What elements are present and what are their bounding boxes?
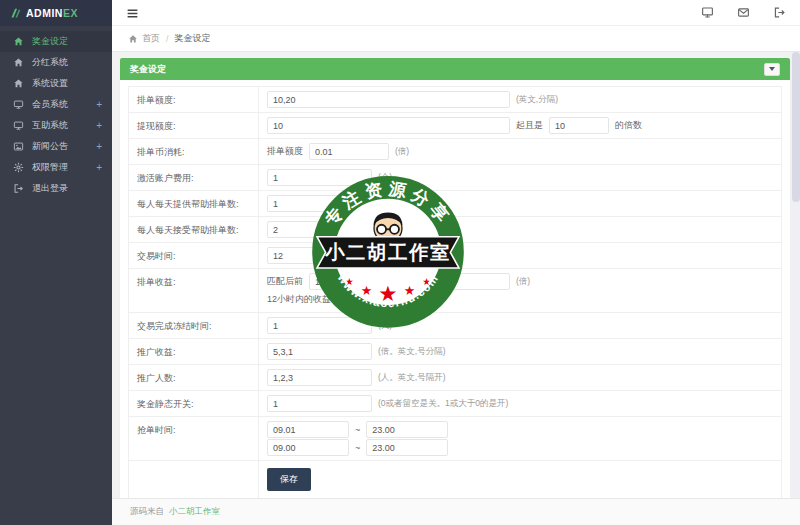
form-row-controls: (英文,分隔) — [259, 87, 781, 112]
form-input[interactable] — [267, 317, 372, 334]
form-input[interactable] — [450, 273, 510, 290]
form-inline-text: 的倍数 — [615, 119, 642, 132]
form-row: 保存 — [129, 461, 781, 498]
form-input[interactable] — [366, 439, 448, 456]
sidebar-item-label: 退出登录 — [32, 182, 68, 195]
form-input[interactable] — [267, 247, 372, 264]
sidebar-item-5[interactable]: 新闻公告+ — [0, 136, 112, 157]
sidebar-item-3[interactable]: 会员系统+ — [0, 94, 112, 115]
form-input[interactable] — [267, 91, 510, 108]
panel-title: 奖金设定 — [130, 63, 166, 76]
form-row-label: 激活账户费用: — [129, 165, 259, 190]
menu-toggle-icon[interactable] — [126, 6, 139, 19]
form-row-controls: ~~ — [259, 417, 781, 460]
sidebar-item-1[interactable]: 分红系统 — [0, 52, 112, 73]
sidebar: ADMINEX 奖金设定分红系统系统设置会员系统+互助系统+新闻公告+权限管理+… — [0, 0, 112, 525]
form-row-controls: (个) — [259, 165, 781, 190]
form-row-label: 排单币消耗: — [129, 139, 259, 164]
expand-plus-icon: + — [96, 100, 102, 110]
form-row: 提现额度:起且是的倍数 — [129, 113, 781, 139]
footer-link[interactable]: 小二胡工作室 — [169, 506, 220, 518]
mail-icon[interactable] — [737, 6, 750, 19]
form-row: 推广收益:(倍。英文,号分隔) — [129, 339, 781, 365]
form-row-label — [129, 461, 259, 498]
form-input[interactable] — [549, 117, 609, 134]
form-input[interactable] — [267, 439, 349, 456]
save-button[interactable]: 保存 — [267, 468, 311, 491]
sidebar-item-label: 权限管理 — [32, 161, 68, 174]
form-input[interactable] — [267, 369, 372, 386]
signout-icon[interactable] — [773, 6, 786, 19]
form-hint: (倍。英文,号分隔) — [378, 346, 446, 358]
form-input[interactable] — [309, 273, 369, 290]
expand-plus-icon: + — [96, 142, 102, 152]
monitor-icon — [13, 99, 24, 110]
scrollbar-thumb[interactable] — [792, 52, 800, 202]
form-input[interactable] — [337, 291, 397, 308]
form-row: 每人每天提供帮助排单数:(单) — [129, 191, 781, 217]
form-hint: (天) — [378, 320, 392, 332]
footer: 源码来自 小二胡工作室 — [112, 498, 800, 525]
form-row-label: 排单额度: — [129, 87, 259, 112]
form-inline-text: 12小时内的收益 — [267, 293, 331, 306]
form-row-label: 每人每天接受帮助排单数: — [129, 217, 259, 242]
brand-icon — [9, 7, 22, 20]
sidebar-item-label: 互助系统 — [32, 119, 68, 132]
sidebar-item-label: 分红系统 — [32, 56, 68, 69]
form-row: 每人每天接受帮助排单数: — [129, 217, 781, 243]
monitor-icon — [13, 120, 24, 131]
expand-plus-icon: + — [96, 163, 102, 173]
sidebar-menu: 奖金设定分红系统系统设置会员系统+互助系统+新闻公告+权限管理+退出登录 — [0, 26, 112, 199]
form-row-controls: (单) — [259, 191, 781, 216]
desktop-icon[interactable] — [701, 6, 714, 19]
form-row-controls: 保存 — [259, 461, 781, 498]
brand-logo[interactable]: ADMINEX — [0, 0, 112, 26]
image-icon — [13, 141, 24, 152]
form-hint: (人。英文,号隔开) — [378, 372, 446, 384]
form-row: 排单额度:(英文,分隔) — [129, 87, 781, 113]
breadcrumb-home[interactable]: 首页 — [142, 32, 160, 45]
form-hint: (倍) — [516, 276, 530, 288]
form-input[interactable] — [267, 421, 349, 438]
form-input[interactable] — [267, 117, 510, 134]
form-row-label: 交易时间: — [129, 243, 259, 268]
panel-header: 奖金设定 — [120, 58, 790, 80]
form-input[interactable] — [267, 395, 372, 412]
breadcrumb-current: 奖金设定 — [175, 32, 211, 45]
form-input[interactable] — [267, 221, 372, 238]
home-icon — [13, 36, 24, 47]
home-icon — [128, 34, 138, 44]
sidebar-item-4[interactable]: 互助系统+ — [0, 115, 112, 136]
collapse-button[interactable] — [764, 63, 780, 76]
form-row-controls: (天) — [259, 313, 781, 338]
form-input[interactable] — [267, 195, 372, 212]
form-row-label: 推广人数: — [129, 365, 259, 390]
scrollbar[interactable] — [792, 52, 800, 498]
form-hint: (单) — [378, 198, 392, 210]
form-row-label: 排单收益: — [129, 269, 259, 312]
form-row-controls: (0或者留空是关。1或大于0的是开) — [259, 391, 781, 416]
form-row: 抢单时间:~~ — [129, 417, 781, 461]
main-area: 首页 / 奖金设定 奖金设定 排单额度:(英文,分隔)提现额度:起且是的倍数排单… — [112, 0, 800, 525]
sidebar-item-6[interactable]: 权限管理+ — [0, 157, 112, 178]
form-row: 排单币消耗:排单额度(倍) — [129, 139, 781, 165]
form-row: 交易时间: — [129, 243, 781, 269]
sidebar-item-2[interactable]: 系统设置 — [0, 73, 112, 94]
settings-form: 排单额度:(英文,分隔)提现额度:起且是的倍数排单币消耗:排单额度(倍)激活账户… — [128, 86, 782, 499]
form-input[interactable] — [366, 421, 448, 438]
sidebar-item-label: 会员系统 — [32, 98, 68, 111]
form-inline-text: 排单额度 — [267, 145, 303, 158]
sidebar-item-7[interactable]: 退出登录 — [0, 178, 112, 199]
topbar — [112, 0, 800, 26]
sidebar-item-0[interactable]: 奖金设定 — [0, 31, 112, 52]
form-row: 激活账户费用:(个) — [129, 165, 781, 191]
form-row-label: 抢单时间: — [129, 417, 259, 460]
breadcrumb-separator: / — [166, 34, 169, 44]
form-row-label: 每人每天提供帮助排单数: — [129, 191, 259, 216]
form-input[interactable] — [309, 143, 389, 160]
form-input[interactable] — [267, 169, 372, 186]
sidebar-item-label: 新闻公告 — [32, 140, 68, 153]
form-inline-text: (小时)打款的收益 — [375, 275, 444, 288]
form-row-controls: (倍。英文,号分隔) — [259, 339, 781, 364]
form-input[interactable] — [267, 343, 372, 360]
